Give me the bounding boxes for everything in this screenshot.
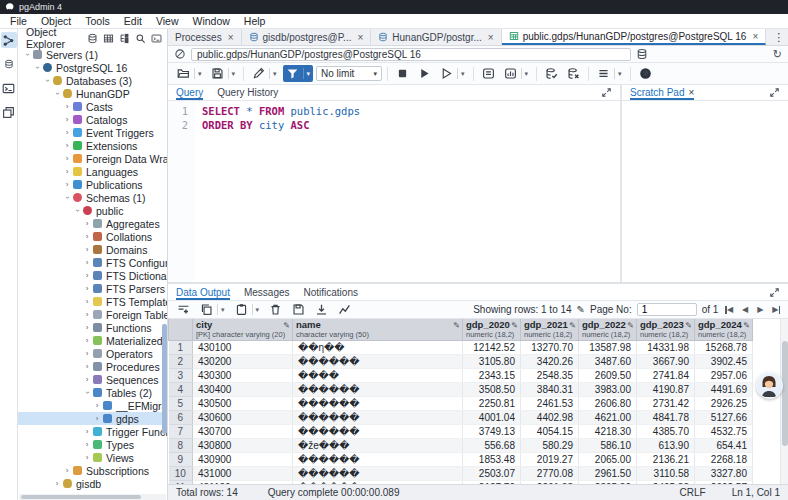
cell-name[interactable]: ������ (293, 481, 463, 485)
activity-console[interactable] (1, 80, 17, 96)
expand-chevron-icon[interactable]: › (62, 115, 72, 124)
cell-gdp_2022[interactable]: 586.10 (579, 439, 637, 453)
tree-horizontal-scrollbar[interactable] (19, 494, 166, 500)
explain-button[interactable] (479, 65, 498, 82)
rollback-button[interactable] (564, 65, 583, 82)
cell-gdp_2021[interactable]: 3840.31 (521, 383, 579, 397)
cell-city[interactable]: 430900 (193, 453, 293, 467)
cell-gdp_2023[interactable]: 2495.83 (637, 481, 695, 485)
cell-gdp_2023[interactable]: 3110.58 (637, 467, 695, 481)
cell-city[interactable]: 430100 (193, 341, 293, 355)
tree-item-gdps[interactable]: ›gdps (18, 412, 167, 425)
chevron-down-icon[interactable]: ▾ (521, 68, 529, 79)
page-number-input[interactable] (637, 303, 697, 316)
commit-button[interactable] (542, 65, 561, 82)
cell-gdp_2023[interactable]: 4841.78 (637, 411, 695, 425)
sql-editor[interactable]: 12 SELECT * FROM public.gdpsORDER BY cit… (168, 101, 620, 282)
add-row-button[interactable] (174, 301, 193, 318)
terminal-icon[interactable] (150, 32, 163, 45)
cell-gdp_2022[interactable]: 2609.50 (579, 369, 637, 383)
column-header-gdp_2021[interactable]: gdp_2021numeric (18,2)✎ (521, 319, 579, 341)
close-icon[interactable]: × (488, 32, 494, 43)
tree-item-views[interactable]: ›Views (18, 451, 167, 464)
tree-item-postgresql-16[interactable]: ›PostgreSQL 16 (18, 61, 167, 74)
scratch-pad-editor[interactable] (622, 101, 788, 282)
tree-item-fts-parsers[interactable]: ›FTS Parsers (18, 282, 167, 295)
cell-gdp_2020[interactable]: 2343.15 (463, 369, 521, 383)
close-icon[interactable]: × (228, 32, 234, 43)
copy-button[interactable]: ▾ (197, 301, 228, 318)
grid-vertical-scrollbar[interactable] (780, 319, 788, 484)
row-number[interactable]: 4 (169, 383, 193, 397)
cell-name[interactable]: ������ (293, 453, 463, 467)
expand-icon[interactable] (769, 87, 780, 98)
cell-name[interactable]: ��η�� (293, 341, 463, 355)
cell-gdp_2023[interactable]: 14331.98 (637, 341, 695, 355)
expand-chevron-icon[interactable]: › (62, 141, 72, 150)
doc-tab-gisdb-postgres-p-[interactable]: gisdb/postgres@P...× (242, 29, 372, 45)
cell-gdp_2021[interactable]: 2770.08 (521, 467, 579, 481)
collapse-chevron-icon[interactable]: › (63, 193, 72, 203)
cell-gdp_2023[interactable]: 2741.84 (637, 369, 695, 383)
edit-column-icon[interactable]: ✎ (453, 321, 460, 330)
save-button[interactable]: ▾ (208, 65, 239, 82)
cell-gdp_2020[interactable]: 1853.48 (463, 453, 521, 467)
close-icon[interactable]: × (688, 87, 694, 98)
expand-chevron-icon[interactable]: › (82, 453, 92, 462)
grid-corner-cell[interactable] (169, 319, 193, 341)
cell-city[interactable]: 430300 (193, 369, 293, 383)
cell-gdp_2024[interactable]: 4491.69 (695, 383, 753, 397)
tree-item-databases-3[interactable]: ›Databases (3) (18, 74, 167, 87)
connection-name[interactable]: public.gdps/HunanGDP/postgres@PostgreSQL… (191, 48, 631, 61)
cell-gdp_2021[interactable]: 2548.35 (521, 369, 579, 383)
tree-item-publications[interactable]: ›Publications (18, 178, 167, 191)
cell-gdp_2021[interactable]: 13270.70 (521, 341, 579, 355)
stop-button[interactable] (393, 65, 412, 82)
tree-item-schemas-1[interactable]: ›Schemas (1) (18, 191, 167, 204)
expand-chevron-icon[interactable]: › (82, 375, 92, 384)
cell-gdp_2022[interactable]: 2961.50 (579, 467, 637, 481)
chevron-down-icon[interactable]: ▾ (457, 68, 465, 79)
cell-gdp_2024[interactable]: 15268.78 (695, 341, 753, 355)
expand-chevron-icon[interactable]: › (62, 102, 72, 111)
row-number[interactable]: 9 (169, 453, 193, 467)
cell-gdp_2020[interactable]: 12142.52 (463, 341, 521, 355)
prev-page-button[interactable]: ◀ (740, 305, 750, 314)
graph-visualiser-button[interactable] (335, 301, 354, 318)
save-data-button[interactable] (289, 301, 308, 318)
expand-chevron-icon[interactable]: › (62, 180, 72, 189)
tree-item-aggregates[interactable]: ›Aggregates (18, 217, 167, 230)
doc-tab-hunangdp-postgr-[interactable]: HunanGDP/postgr...× (371, 29, 501, 45)
macros-button[interactable]: ▾ (594, 65, 625, 82)
collapse-chevron-icon[interactable]: › (33, 63, 42, 73)
expand-chevron-icon[interactable]: › (82, 258, 92, 267)
chevron-down-icon[interactable]: ▾ (269, 68, 277, 79)
expand-chevron-icon[interactable]: › (82, 271, 92, 280)
expand-chevron-icon[interactable]: › (82, 232, 92, 241)
expand-chevron-icon[interactable]: › (82, 323, 92, 332)
folder-open-button[interactable]: ▾ (174, 65, 205, 82)
sql-code[interactable]: SELECT * FROM public.gdpsORDER BY city A… (194, 101, 360, 282)
tree-item-sequences[interactable]: ›Sequences (18, 373, 167, 386)
expand-chevron-icon[interactable]: › (62, 167, 72, 176)
expand-chevron-icon[interactable]: › (62, 466, 72, 475)
tree-item-foreign-data-wrappers[interactable]: ›Foreign Data Wrappers (18, 152, 167, 165)
column-header-gdp_2024[interactable]: gdp_2024numeric (18,2)✎ (695, 319, 753, 341)
cell-city[interactable]: 430500 (193, 397, 293, 411)
activity-windows[interactable] (1, 104, 17, 120)
cell-gdp_2024[interactable]: 3902.45 (695, 355, 753, 369)
next-page-button[interactable]: ▶ (755, 305, 765, 314)
cell-gdp_2020[interactable]: 3105.80 (463, 355, 521, 369)
cell-gdp_2023[interactable]: 613.90 (637, 439, 695, 453)
cell-gdp_2020[interactable]: 3749.13 (463, 425, 521, 439)
help-button[interactable]: ? (636, 65, 655, 82)
avatar[interactable] (756, 372, 783, 399)
expand-chevron-icon[interactable]: › (82, 440, 92, 449)
tab-query-history[interactable]: Query History (217, 85, 278, 100)
cell-gdp_2022[interactable]: 2395.30 (579, 481, 637, 485)
cell-gdp_2021[interactable]: 3420.26 (521, 355, 579, 369)
hierarchy-icon[interactable] (118, 32, 131, 45)
tree-item-gisdb[interactable]: ›gisdb (18, 477, 167, 490)
connection-status-icon[interactable] (174, 48, 186, 60)
cell-gdp_2020[interactable]: 2107.70 (463, 481, 521, 485)
